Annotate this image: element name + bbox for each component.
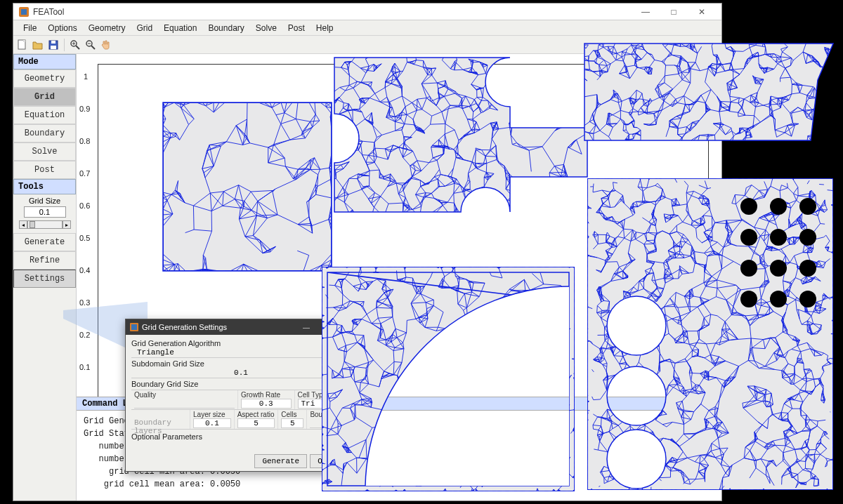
svg-line-16519 — [790, 282, 792, 284]
mode-post[interactable]: Post — [13, 161, 76, 179]
svg-line-11566 — [756, 81, 762, 85]
svg-line-15721 — [803, 394, 809, 402]
svg-line-18242 — [783, 321, 784, 326]
open-file-icon[interactable] — [32, 39, 44, 51]
svg-line-17692 — [821, 210, 825, 213]
svg-line-17986 — [790, 463, 797, 467]
menu-help[interactable]: Help — [311, 23, 339, 33]
bounds-input[interactable] — [310, 418, 348, 428]
svg-line-18235 — [777, 354, 780, 357]
svg-line-16322 — [769, 234, 780, 234]
svg-line-18313 — [726, 331, 729, 340]
refine-button[interactable]: Refine — [13, 251, 76, 270]
svg-line-17979 — [799, 310, 800, 319]
svg-line-15303 — [827, 489, 828, 490]
growth-input[interactable]: 0.3 — [241, 399, 292, 409]
gridsize-slider[interactable]: ◂ ▸ — [13, 219, 76, 233]
svg-line-15433 — [802, 281, 811, 284]
blayers-input[interactable]: Boundary layers — [134, 418, 187, 428]
lsize-input[interactable]: 0.1 — [193, 418, 231, 428]
menu-file[interactable]: File — [18, 23, 42, 33]
svg-line-9707 — [748, 145, 750, 146]
svg-line-16203 — [816, 307, 821, 310]
svg-point-18604 — [770, 198, 787, 215]
zoom-in-icon[interactable] — [69, 39, 81, 51]
minimize-icon[interactable]: — — [632, 4, 660, 20]
svg-line-11470 — [753, 56, 759, 57]
svg-line-17226 — [794, 475, 798, 478]
aspect-input[interactable]: 5 — [237, 418, 275, 428]
svg-line-17485 — [764, 441, 773, 447]
maximize-icon[interactable]: □ — [660, 4, 688, 20]
app-title: FEATool — [33, 7, 64, 17]
slider-right-icon[interactable]: ▸ — [63, 220, 71, 229]
svg-line-16007 — [823, 298, 828, 300]
menu-geometry[interactable]: Geometry — [83, 23, 131, 33]
svg-line-16729 — [821, 394, 822, 400]
svg-line-16263 — [812, 278, 813, 279]
svg-line-11267 — [833, 135, 836, 140]
menu-post[interactable]: Post — [282, 23, 311, 33]
svg-line-17160 — [765, 401, 770, 402]
dialog-generate-button[interactable]: Generate — [254, 454, 307, 468]
celltype-select[interactable]: Tri▾ — [298, 399, 348, 409]
svg-line-11357 — [756, 39, 759, 46]
mode-equation[interactable]: Equation — [13, 106, 76, 124]
svg-line-17519 — [758, 314, 759, 318]
new-file-icon[interactable] — [16, 39, 29, 51]
svg-line-17282 — [830, 358, 832, 359]
svg-line-18479 — [785, 437, 788, 446]
svg-line-16703 — [784, 267, 785, 270]
svg-line-16990 — [808, 266, 817, 267]
svg-line-15561 — [795, 239, 799, 244]
svg-line-15449 — [805, 415, 806, 420]
pan-icon[interactable] — [100, 39, 112, 51]
svg-line-16715 — [816, 261, 818, 263]
generate-button[interactable]: Generate — [13, 233, 76, 251]
mode-solve[interactable]: Solve — [13, 142, 76, 161]
slider-left-icon[interactable]: ◂ — [19, 220, 27, 229]
svg-line-18134 — [797, 343, 807, 345]
save-icon[interactable] — [47, 39, 60, 51]
svg-line-11237 — [799, 85, 802, 93]
mode-grid[interactable]: Grid — [13, 88, 76, 106]
subdomain-value[interactable]: 0.1 — [131, 368, 351, 378]
titlebar[interactable]: FEATool — □ ✕ — [13, 4, 721, 20]
svg-line-18590 — [822, 369, 824, 372]
close-icon[interactable]: ✕ — [688, 4, 716, 20]
svg-line-16404 — [772, 247, 778, 250]
svg-line-11167 — [745, 62, 747, 64]
menu-options[interactable]: Options — [42, 23, 82, 33]
dialog-titlebar[interactable]: Grid Generation Settings — □ ✕ — [126, 319, 356, 335]
svg-line-15688 — [797, 362, 804, 364]
menu-boundary[interactable]: Boundary — [202, 23, 249, 33]
menu-grid[interactable]: Grid — [131, 23, 158, 33]
quality-input[interactable] — [134, 399, 235, 409]
menu-solve[interactable]: Solve — [250, 23, 282, 33]
svg-line-16926 — [768, 186, 771, 190]
svg-line-15689 — [781, 321, 783, 321]
svg-line-18311 — [726, 329, 730, 332]
svg-line-16161 — [816, 305, 821, 306]
svg-line-16388 — [825, 248, 828, 248]
dialog-close-icon[interactable]: ✕ — [334, 320, 352, 334]
mode-geometry[interactable]: Geometry — [13, 69, 76, 88]
menu-equation[interactable]: Equation — [158, 23, 202, 33]
settings-button[interactable]: Settings — [13, 270, 76, 288]
svg-line-11416 — [782, 100, 789, 104]
dialog-maximize-icon[interactable]: □ — [315, 320, 334, 334]
svg-line-10545 — [755, 77, 756, 84]
gridsize-input[interactable] — [24, 206, 66, 218]
cells-input[interactable]: 5 — [281, 418, 303, 428]
zoom-out-icon[interactable] — [84, 39, 97, 51]
dialog-ok-button[interactable]: OK — [310, 454, 334, 468]
dialog-help-button[interactable]: ? — [337, 454, 352, 468]
svg-line-10262 — [829, 145, 830, 146]
mode-boundary[interactable]: Boundary — [13, 124, 76, 142]
svg-line-16448 — [804, 245, 809, 248]
dialog-minimize-icon[interactable]: — — [297, 320, 315, 334]
svg-line-18317 — [722, 329, 730, 330]
svg-line-17419 — [795, 220, 797, 225]
algo-value[interactable]: Triangle — [131, 347, 351, 358]
svg-line-11547 — [785, 65, 791, 68]
